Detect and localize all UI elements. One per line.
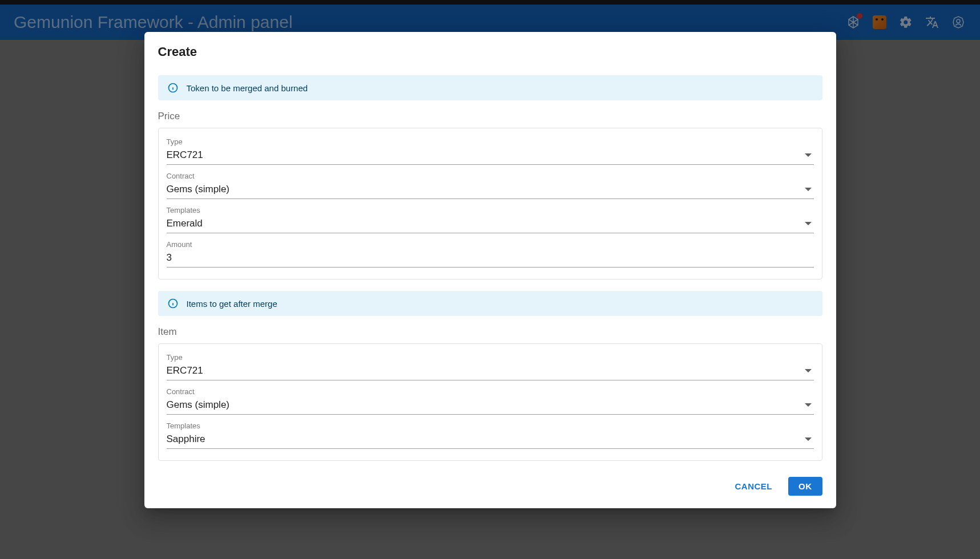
price-templates-label: Templates — [167, 206, 814, 214]
price-card: Type ERC721 Contract Gems (simple) Templ… — [158, 128, 822, 280]
price-contract-label: Contract — [167, 172, 814, 180]
chevron-down-icon — [805, 403, 812, 407]
chevron-down-icon — [805, 222, 812, 225]
item-contract-field: Contract Gems (simple) — [167, 384, 814, 415]
section-label-price: Price — [158, 111, 822, 122]
price-contract-field: Contract Gems (simple) — [167, 168, 814, 199]
item-card: Type ERC721 Contract Gems (simple) Templ… — [158, 343, 822, 461]
item-type-label: Type — [167, 353, 814, 362]
create-dialog: Create Token to be merged and burned Pri… — [144, 32, 836, 508]
section-label-item: Item — [158, 326, 822, 338]
info-icon — [167, 82, 179, 94]
chevron-down-icon — [805, 153, 812, 157]
item-type-value: ERC721 — [167, 365, 203, 376]
item-templates-select[interactable]: Sapphire — [167, 431, 814, 449]
info-alert-price: Token to be merged and burned — [158, 75, 822, 100]
item-type-select[interactable]: ERC721 — [167, 363, 814, 380]
cancel-button[interactable]: CANCEL — [725, 477, 783, 496]
price-type-label: Type — [167, 137, 814, 146]
item-templates-value: Sapphire — [167, 434, 205, 445]
chevron-down-icon — [805, 438, 812, 441]
info-icon — [167, 298, 179, 309]
info-alert-item: Items to get after merge — [158, 291, 822, 316]
chevron-down-icon — [805, 369, 812, 372]
price-templates-value: Emerald — [167, 218, 203, 229]
item-type-field: Type ERC721 — [167, 350, 814, 380]
price-contract-select[interactable]: Gems (simple) — [167, 181, 814, 199]
item-contract-select[interactable]: Gems (simple) — [167, 397, 814, 415]
item-templates-label: Templates — [167, 422, 814, 430]
info-alert-price-text: Token to be merged and burned — [187, 83, 308, 93]
price-templates-field: Templates Emerald — [167, 202, 814, 233]
chevron-down-icon — [805, 188, 812, 191]
item-contract-label: Contract — [167, 387, 814, 396]
price-contract-value: Gems (simple) — [167, 184, 230, 195]
item-templates-field: Templates Sapphire — [167, 418, 814, 449]
dialog-title: Create — [158, 44, 822, 59]
price-type-value: ERC721 — [167, 149, 203, 161]
dialog-actions: CANCEL OK — [158, 477, 822, 496]
info-alert-item-text: Items to get after merge — [187, 299, 277, 309]
price-type-field: Type ERC721 — [167, 134, 814, 165]
price-amount-field: Amount — [167, 237, 814, 268]
ok-button[interactable]: OK — [788, 477, 822, 496]
item-contract-value: Gems (simple) — [167, 399, 230, 411]
price-amount-label: Amount — [167, 240, 814, 249]
price-amount-input[interactable] — [167, 250, 814, 268]
price-templates-select[interactable]: Emerald — [167, 216, 814, 233]
price-type-select[interactable]: ERC721 — [167, 147, 814, 165]
